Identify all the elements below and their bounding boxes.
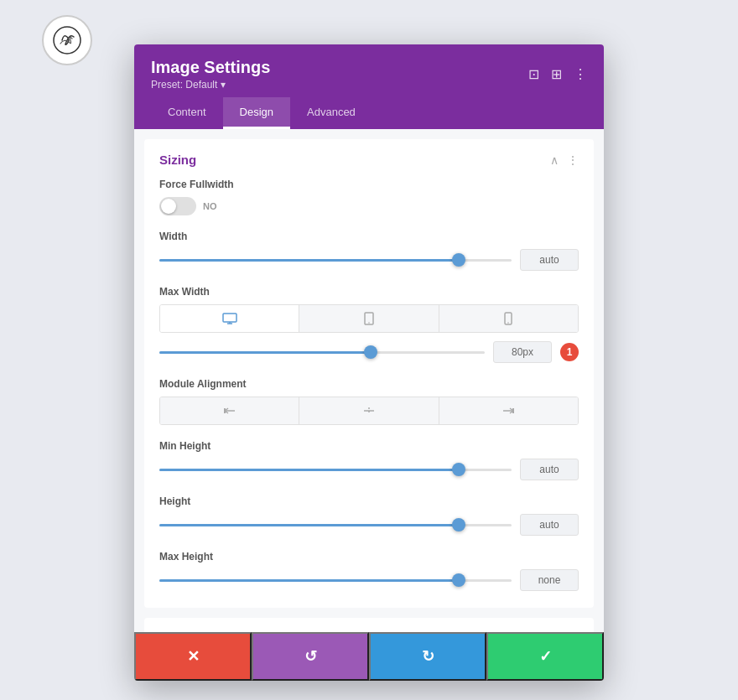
device-tablet[interactable] [299, 305, 439, 332]
min-height-fill [159, 469, 459, 471]
svg-point-5 [368, 322, 370, 324]
min-height-slider[interactable] [159, 461, 512, 478]
max-width-thumb[interactable] [364, 345, 377, 359]
min-height-value[interactable]: auto [520, 459, 579, 480]
width-label: Width [159, 231, 579, 242]
max-width-track [159, 351, 485, 354]
tab-advanced[interactable]: Advanced [290, 97, 372, 129]
max-height-field: Max Height none [159, 551, 579, 591]
width-track [159, 259, 512, 262]
align-right-icon [502, 406, 515, 416]
width-slider-row: auto [159, 249, 579, 271]
modal-header: Image Settings Preset: Default ▾ ⊡ ⊞ ⋮ C… [134, 44, 604, 129]
device-desktop[interactable] [160, 305, 299, 332]
sizing-more-icon[interactable]: ⋮ [567, 153, 579, 167]
sizing-section: Sizing ∧ ⋮ Force Fullwidth NO Width [144, 139, 594, 608]
alignment-row [159, 397, 579, 425]
height-slider[interactable] [159, 516, 512, 533]
height-thumb[interactable] [452, 518, 465, 531]
more-icon[interactable]: ⋮ [574, 66, 587, 82]
image-settings-modal: Image Settings Preset: Default ▾ ⊡ ⊞ ⋮ C… [134, 44, 604, 681]
width-fill [159, 259, 459, 262]
min-height-thumb[interactable] [452, 463, 465, 476]
width-value[interactable]: auto [520, 249, 579, 271]
tablet-icon [364, 312, 374, 325]
align-left-icon [223, 406, 236, 416]
max-height-track [159, 579, 512, 582]
force-fullwidth-field: Force Fullwidth NO [159, 179, 579, 215]
max-height-value[interactable]: none [520, 569, 579, 591]
tab-content[interactable]: Content [151, 97, 223, 129]
svg-rect-1 [223, 314, 236, 322]
align-left[interactable] [160, 397, 299, 424]
spacing-section: Spacing ∨ [144, 618, 594, 632]
module-alignment-field: Module Alignment [159, 378, 579, 425]
modal-preset[interactable]: Preset: Default ▾ [151, 79, 270, 91]
responsive-icon[interactable]: ⊡ [528, 66, 539, 82]
modal-body: Sizing ∧ ⋮ Force Fullwidth NO Width [134, 129, 604, 632]
max-width-fill [159, 351, 371, 354]
columns-icon[interactable]: ⊞ [551, 66, 562, 82]
modal-title: Image Settings [151, 58, 270, 77]
height-fill [159, 524, 459, 526]
width-slider[interactable] [159, 251, 512, 268]
max-width-label: Max Width [159, 286, 579, 298]
device-phone[interactable] [439, 305, 578, 332]
modal-footer: ✕ ↺ ↻ ✓ [134, 632, 604, 681]
height-value[interactable]: auto [520, 514, 579, 536]
max-width-value[interactable]: 80px [493, 341, 552, 363]
svg-point-7 [508, 322, 510, 324]
max-width-slider-row: 80px 1 [159, 341, 579, 363]
height-slider-row: auto [159, 514, 579, 536]
height-field: Height auto [159, 495, 579, 536]
tabs: Content Design Advanced [151, 97, 587, 129]
modal-title-group: Image Settings Preset: Default ▾ [151, 58, 270, 91]
min-height-field: Min Height auto [159, 440, 579, 480]
toggle-knob [161, 199, 176, 214]
align-right[interactable] [439, 397, 578, 424]
min-height-label: Min Height [159, 440, 579, 452]
toggle-value: NO [203, 201, 217, 211]
max-height-fill [159, 579, 459, 582]
max-width-badge: 1 [560, 343, 579, 361]
sizing-section-header: Sizing ∧ ⋮ [159, 153, 579, 167]
save-button[interactable]: ✓ [486, 632, 604, 681]
logo-circle [42, 15, 92, 65]
collapse-icon[interactable]: ∧ [550, 153, 559, 167]
phone-icon [504, 312, 512, 325]
width-thumb[interactable] [452, 253, 465, 267]
logo-area [42, 15, 92, 65]
max-height-slider[interactable] [159, 572, 512, 589]
module-alignment-label: Module Alignment [159, 378, 579, 390]
max-width-slider[interactable] [159, 344, 485, 360]
align-center[interactable] [299, 397, 439, 424]
toggle-row: NO [159, 197, 579, 215]
header-icons: ⊡ ⊞ ⋮ [528, 66, 587, 82]
device-selector [159, 304, 579, 333]
modal-title-row: Image Settings Preset: Default ▾ ⊡ ⊞ ⋮ [151, 58, 587, 91]
sizing-title: Sizing [159, 153, 196, 167]
desktop-icon [222, 313, 237, 324]
max-height-slider-row: none [159, 569, 579, 591]
min-height-track [159, 469, 512, 471]
logo-icon [52, 25, 82, 55]
cancel-button[interactable]: ✕ [134, 632, 252, 681]
tab-design[interactable]: Design [223, 97, 290, 129]
width-field: Width auto [159, 231, 579, 271]
min-height-slider-row: auto [159, 459, 579, 480]
reset-button[interactable]: ↺ [252, 632, 369, 681]
force-fullwidth-toggle[interactable] [159, 197, 196, 215]
height-track [159, 524, 512, 526]
max-height-label: Max Height [159, 551, 579, 563]
sizing-header-icons: ∧ ⋮ [550, 153, 579, 167]
force-fullwidth-label: Force Fullwidth [159, 179, 579, 190]
height-label: Height [159, 495, 579, 507]
max-height-thumb[interactable] [452, 573, 465, 587]
align-center-icon [362, 406, 376, 416]
max-width-field: Max Width [159, 286, 579, 363]
redo-button[interactable]: ↻ [369, 632, 486, 681]
